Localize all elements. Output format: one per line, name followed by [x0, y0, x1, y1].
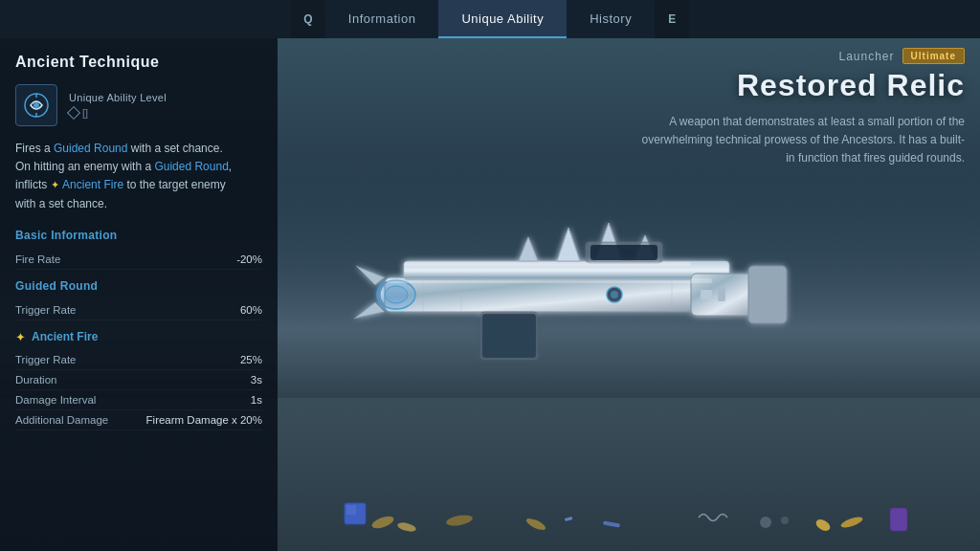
ancient-fire-icon-inline: ✦: [51, 179, 59, 190]
floor-debris: [268, 398, 976, 551]
svg-point-25: [611, 291, 618, 298]
stat-damage-interval: Damage Interval 1s: [15, 390, 262, 410]
guided-round-link-1[interactable]: Guided Round: [54, 142, 127, 155]
ability-level-label: Unique Ability Level: [69, 92, 167, 103]
top-navigation: Q Information Unique Ability History E: [0, 0, 980, 38]
svg-rect-23: [718, 288, 725, 301]
tab-unique-ability[interactable]: Unique Ability: [438, 0, 567, 38]
stat-trigger-rate-1-value: 60%: [240, 304, 262, 316]
ability-level-info: Unique Ability Level []: [69, 92, 167, 119]
svg-marker-3: [519, 237, 538, 261]
svg-point-29: [396, 521, 416, 534]
panel-title: Ancient Technique: [15, 54, 262, 71]
svg-point-38: [814, 518, 833, 534]
stat-trigger-rate-1-label: Trigger Rate: [15, 304, 77, 316]
svg-rect-40: [890, 508, 907, 531]
svg-point-39: [839, 515, 863, 530]
guided-round-header: Guided Round: [15, 279, 262, 293]
svg-rect-32: [565, 517, 573, 521]
stat-trigger-rate-2-value: 25%: [240, 354, 262, 365]
weapon-description: A weapon that demonstrates at least a sm…: [639, 113, 965, 168]
level-bracket: []: [82, 107, 88, 119]
stat-duration-value: 3s: [251, 374, 262, 386]
svg-point-42: [33, 102, 39, 108]
ancient-fire-section: ✦ Ancient Fire: [15, 330, 262, 344]
left-panel: Ancient Technique Unique Ability Level […: [0, 38, 278, 551]
ability-description: Fires a Guided Round with a set chance. …: [15, 140, 262, 213]
tab-history[interactable]: History: [567, 0, 655, 38]
weapon-tag-row: Launcher Ultimate: [639, 48, 965, 64]
stat-additional-damage: Additional Damage Firearm Damage x 20%: [15, 410, 262, 430]
svg-rect-35: [346, 505, 356, 515]
svg-rect-20: [404, 262, 691, 266]
stat-trigger-rate-2: Trigger Rate 25%: [15, 350, 262, 370]
stat-damage-interval-label: Damage Interval: [15, 394, 96, 406]
level-diamond-1: [67, 106, 80, 120]
ancient-fire-link[interactable]: Ancient Fire: [62, 178, 123, 191]
stat-fire-rate-value: -20%: [236, 253, 262, 265]
stat-trigger-rate-1: Trigger Rate 60%: [15, 300, 262, 320]
stat-fire-rate: Fire Rate -20%: [15, 250, 262, 270]
svg-point-27: [383, 283, 406, 306]
svg-rect-12: [748, 266, 787, 323]
weapon-category: Launcher: [839, 50, 895, 63]
svg-rect-10: [482, 314, 536, 358]
ability-icon: [15, 84, 57, 126]
stat-trigger-rate-2-label: Trigger Rate: [15, 354, 77, 365]
svg-point-37: [781, 517, 789, 524]
stat-damage-interval-value: 1s: [251, 394, 262, 406]
svg-marker-4: [557, 228, 580, 261]
ancient-fire-icon: ✦: [15, 330, 26, 344]
e-key[interactable]: E: [655, 0, 689, 38]
stat-duration: Duration 3s: [15, 370, 262, 390]
tab-information[interactable]: Information: [325, 0, 439, 38]
stat-fire-rate-label: Fire Rate: [15, 253, 60, 265]
stat-additional-damage-value: Firearm Damage x 20%: [146, 414, 262, 426]
ability-header: Unique Ability Level []: [15, 84, 262, 126]
basic-info-header: Basic Information: [15, 229, 262, 242]
svg-rect-33: [603, 520, 620, 527]
svg-rect-22: [701, 290, 712, 299]
ability-level-icons: []: [69, 107, 167, 119]
ultimate-badge: Ultimate: [902, 48, 965, 64]
ancient-fire-label: Ancient Fire: [32, 330, 98, 343]
svg-rect-21: [387, 278, 712, 283]
svg-rect-16: [590, 245, 657, 260]
right-info-panel: Launcher Ultimate Restored Relic A weapo…: [639, 48, 965, 168]
svg-point-36: [760, 517, 771, 528]
svg-point-28: [370, 514, 395, 531]
weapon-name: Restored Relic: [639, 68, 965, 103]
q-key[interactable]: Q: [291, 0, 325, 38]
svg-point-31: [524, 517, 546, 533]
stat-duration-label: Duration: [15, 374, 56, 386]
svg-point-30: [445, 514, 473, 528]
stat-additional-damage-label: Additional Damage: [15, 414, 108, 426]
guided-round-link-2[interactable]: Guided Round: [154, 160, 228, 173]
